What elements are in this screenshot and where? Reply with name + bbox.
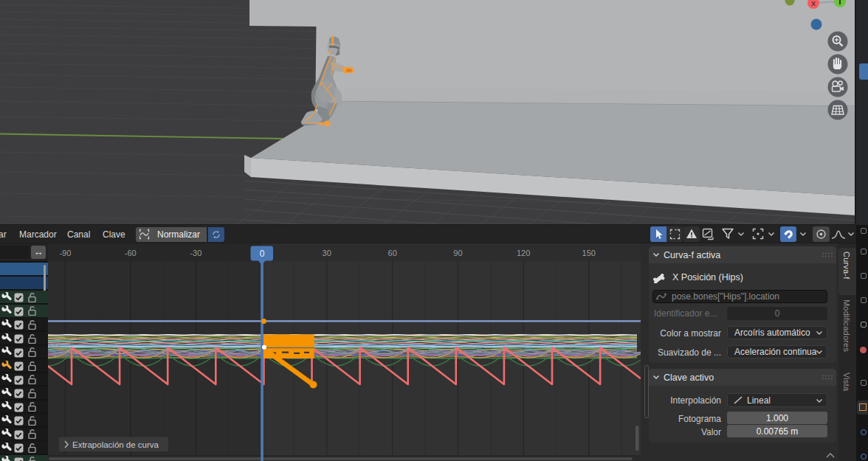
svg-text:0: 0: [53, 342, 57, 350]
svg-text:120: 120: [517, 249, 530, 257]
svg-text:X: X: [811, 0, 816, 7]
svg-text:150: 150: [582, 249, 596, 257]
svg-text:-60: -60: [125, 249, 137, 257]
svg-text:-30: -30: [190, 249, 202, 257]
svg-text:0: 0: [260, 249, 265, 259]
svg-text:-90: -90: [59, 249, 71, 257]
svg-text:30: 30: [323, 249, 331, 257]
svg-text:60: 60: [388, 249, 397, 257]
svg-text:90: 90: [453, 249, 462, 257]
svg-text:Extrapolación de curva: Extrapolación de curva: [72, 440, 159, 449]
